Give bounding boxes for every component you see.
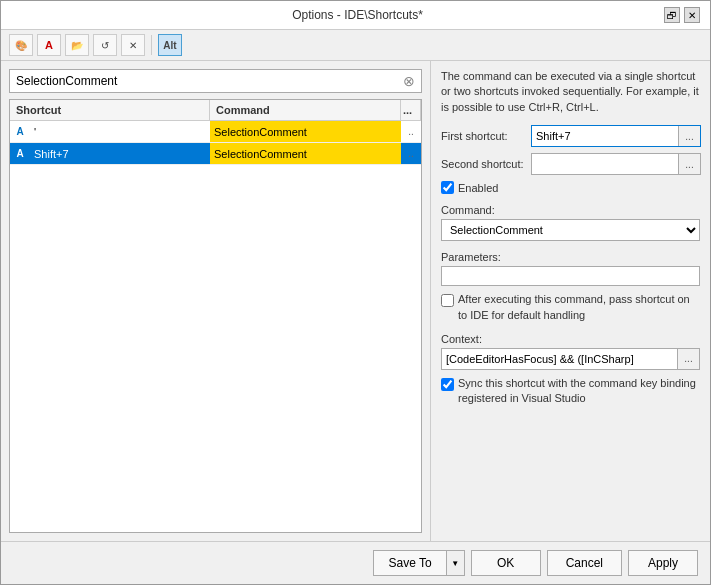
dots-cell-0: .. bbox=[401, 126, 421, 137]
sync-label[interactable]: Sync this shortcut with the command key … bbox=[458, 376, 700, 407]
enabled-row: Enabled bbox=[441, 181, 700, 194]
save-to-button[interactable]: Save To bbox=[374, 551, 445, 575]
dots-cell-1: .. bbox=[401, 148, 421, 159]
first-shortcut-row: First shortcut: ... bbox=[441, 125, 700, 147]
context-input[interactable] bbox=[442, 349, 677, 369]
search-input[interactable] bbox=[14, 72, 401, 90]
close-button[interactable]: ✕ bbox=[684, 7, 700, 23]
command-dropdown-wrapper: SelectionComment bbox=[441, 219, 700, 241]
context-dots-btn[interactable]: ... bbox=[677, 349, 699, 369]
parameters-label: Parameters: bbox=[441, 251, 700, 263]
enabled-checkbox[interactable] bbox=[441, 181, 454, 194]
delete-btn[interactable]: ✕ bbox=[121, 34, 145, 56]
bottom-bar: Save To ▼ OK Cancel Apply bbox=[1, 541, 710, 584]
command-dropdown[interactable]: SelectionComment bbox=[442, 220, 699, 240]
search-box: ⊗ bbox=[9, 69, 422, 93]
second-shortcut-input[interactable] bbox=[532, 156, 678, 172]
context-wrapper: ... bbox=[441, 348, 700, 370]
first-shortcut-input[interactable] bbox=[532, 128, 678, 144]
context-label: Context: bbox=[441, 333, 700, 345]
sync-row: Sync this shortcut with the command key … bbox=[441, 376, 700, 407]
enabled-label[interactable]: Enabled bbox=[458, 182, 498, 194]
text-btn[interactable]: A bbox=[37, 34, 61, 56]
info-text: The command can be executed via a single… bbox=[441, 69, 700, 115]
second-shortcut-dots-btn[interactable]: ... bbox=[678, 154, 700, 174]
main-content: ⊗ Shortcut Command ... A ' SelectionComm… bbox=[1, 61, 710, 541]
title-bar: Options - IDE\Shortcuts* 🗗 ✕ bbox=[1, 1, 710, 30]
save-to-wrapper: Save To ▼ bbox=[373, 550, 464, 576]
toolbar: 🎨 A 📂 ↺ ✕ Alt bbox=[1, 30, 710, 61]
command-section-label: Command: bbox=[441, 204, 700, 216]
second-shortcut-row: Second shortcut: ... bbox=[441, 153, 700, 175]
second-shortcut-input-wrapper: ... bbox=[531, 153, 701, 175]
header-dots: ... bbox=[401, 100, 421, 120]
alt-btn[interactable]: Alt bbox=[158, 34, 182, 56]
toolbar-separator bbox=[151, 35, 152, 55]
command-cell-0: SelectionComment bbox=[210, 121, 401, 142]
save-dropdown-arrow[interactable]: ▼ bbox=[446, 551, 464, 575]
search-clear-button[interactable]: ⊗ bbox=[401, 73, 417, 89]
apply-button[interactable]: Apply bbox=[628, 550, 698, 576]
header-shortcut: Shortcut bbox=[10, 100, 210, 120]
first-shortcut-label: First shortcut: bbox=[441, 130, 531, 142]
table-body: A ' SelectionComment .. A Shift+7 Select… bbox=[10, 121, 421, 532]
color-icon-btn[interactable]: 🎨 bbox=[9, 34, 33, 56]
row-icon-1: A bbox=[10, 148, 30, 159]
options-dialog: Options - IDE\Shortcuts* 🗗 ✕ 🎨 A 📂 ↺ ✕ A… bbox=[0, 0, 711, 585]
right-panel: The command can be executed via a single… bbox=[431, 61, 710, 541]
pass-shortcut-row: After executing this command, pass short… bbox=[441, 292, 700, 323]
sync-checkbox[interactable] bbox=[441, 378, 454, 391]
cancel-button[interactable]: Cancel bbox=[547, 550, 622, 576]
table-row[interactable]: A Shift+7 SelectionComment .. bbox=[10, 143, 421, 165]
restore-button[interactable]: 🗗 bbox=[664, 7, 680, 23]
folder-btn[interactable]: 📂 bbox=[65, 34, 89, 56]
left-panel: ⊗ Shortcut Command ... A ' SelectionComm… bbox=[1, 61, 431, 541]
shortcuts-table: Shortcut Command ... A ' SelectionCommen… bbox=[9, 99, 422, 533]
ok-button[interactable]: OK bbox=[471, 550, 541, 576]
row-icon-0: A bbox=[10, 126, 30, 137]
first-shortcut-input-wrapper: ... bbox=[531, 125, 701, 147]
title-buttons: 🗗 ✕ bbox=[664, 7, 700, 23]
parameters-input[interactable] bbox=[441, 266, 700, 286]
pass-shortcut-label[interactable]: After executing this command, pass short… bbox=[458, 292, 700, 323]
pass-shortcut-checkbox[interactable] bbox=[441, 294, 454, 307]
dialog-title: Options - IDE\Shortcuts* bbox=[51, 8, 664, 22]
table-header: Shortcut Command ... bbox=[10, 100, 421, 121]
shortcut-cell-1: Shift+7 bbox=[30, 148, 210, 160]
command-cell-1: SelectionComment bbox=[210, 143, 401, 164]
header-command: Command bbox=[210, 100, 401, 120]
undo-btn[interactable]: ↺ bbox=[93, 34, 117, 56]
first-shortcut-dots-btn[interactable]: ... bbox=[678, 126, 700, 146]
table-row[interactable]: A ' SelectionComment .. bbox=[10, 121, 421, 143]
second-shortcut-label: Second shortcut: bbox=[441, 158, 531, 170]
shortcut-cell-0: ' bbox=[30, 126, 210, 138]
